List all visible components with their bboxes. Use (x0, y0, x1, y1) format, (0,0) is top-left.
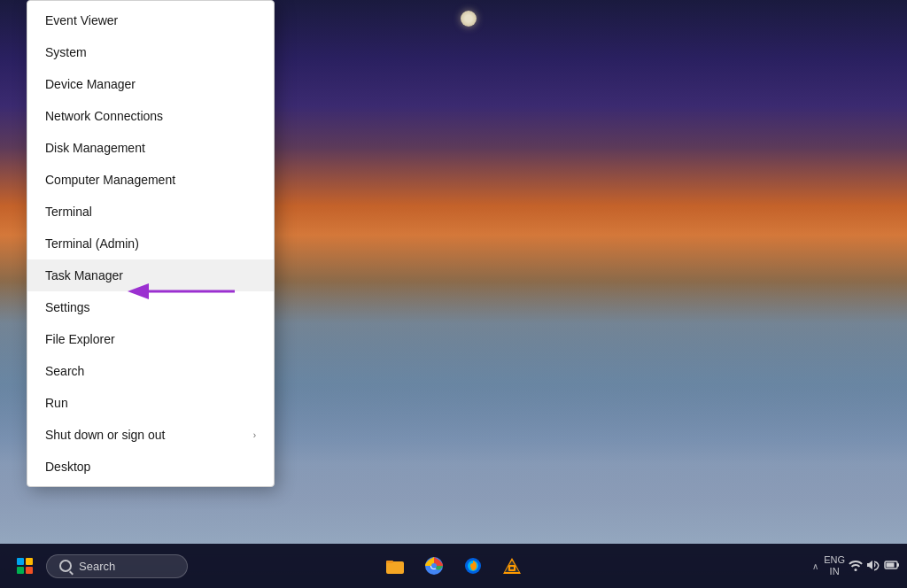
moon-decoration (461, 11, 477, 27)
taskbar-center-icons (377, 548, 530, 584)
file-explorer-taskbar-icon[interactable] (377, 548, 413, 584)
search-icon (59, 560, 72, 572)
vlc-taskbar-icon[interactable] (494, 548, 530, 584)
menu-item-terminal-admin[interactable]: Terminal (Admin) (27, 228, 274, 259)
menu-item-label-computer-management: Computer Management (45, 173, 175, 187)
menu-item-desktop[interactable]: Desktop (27, 451, 274, 483)
taskbar-search-label: Search (79, 560, 115, 573)
locale-indicator[interactable]: ENG IN (824, 554, 845, 577)
chrome-taskbar-icon[interactable] (416, 548, 452, 584)
menu-item-label-desktop: Desktop (45, 460, 90, 474)
firefox-icon (463, 556, 483, 576)
menu-item-file-explorer[interactable]: File Explorer (27, 323, 274, 355)
volume-icon[interactable] (866, 558, 880, 575)
menu-item-label-file-explorer: File Explorer (45, 332, 115, 346)
menu-item-label-network-connections: Network Connections (45, 109, 163, 123)
menu-item-system[interactable]: System (27, 36, 274, 68)
menu-item-label-shut-down: Shut down or sign out (45, 428, 165, 442)
menu-item-search[interactable]: Search (27, 355, 274, 387)
svg-rect-2 (386, 561, 393, 563)
menu-item-label-device-manager: Device Manager (45, 77, 136, 91)
battery-icon[interactable] (884, 558, 900, 575)
menu-item-disk-management[interactable]: Disk Management (27, 132, 274, 164)
menu-item-settings[interactable]: Settings (27, 291, 274, 323)
svg-rect-14 (887, 562, 895, 567)
menu-item-run[interactable]: Run (27, 387, 274, 419)
menu-item-label-disk-management: Disk Management (45, 141, 145, 155)
menu-item-label-task-manager: Task Manager (45, 268, 123, 282)
menu-item-label-terminal-admin: Terminal (Admin) (45, 236, 139, 251)
svg-point-5 (431, 563, 437, 569)
system-tray: ∧ ENG IN (812, 554, 900, 577)
menu-item-label-event-viewer: Event Viewer (45, 13, 118, 27)
wifi-icon[interactable] (849, 558, 863, 575)
tray-icons-group: ENG IN (824, 554, 900, 577)
windows-logo-icon (17, 558, 33, 574)
firefox-taskbar-icon[interactable] (455, 548, 491, 584)
context-menu: Event ViewerSystemDevice ManagerNetwork … (27, 0, 275, 487)
taskbar-search-bar[interactable]: Search (46, 554, 188, 578)
vlc-icon (502, 556, 522, 576)
menu-item-chevron-shut-down: › (253, 430, 256, 440)
svg-rect-15 (897, 563, 899, 567)
tray-chevron-icon[interactable]: ∧ (812, 561, 818, 571)
menu-item-terminal[interactable]: Terminal (27, 196, 274, 228)
start-button[interactable] (7, 548, 43, 584)
menu-item-shut-down[interactable]: Shut down or sign out› (27, 419, 274, 451)
menu-item-computer-management[interactable]: Computer Management (27, 164, 274, 196)
chrome-icon (424, 556, 444, 576)
locale-region: IN (830, 566, 840, 577)
menu-item-task-manager[interactable]: Task Manager (27, 259, 274, 291)
folder-icon (385, 556, 405, 576)
menu-item-label-settings: Settings (45, 300, 90, 314)
menu-item-device-manager[interactable]: Device Manager (27, 68, 274, 100)
taskbar: Search (0, 544, 907, 588)
menu-item-network-connections[interactable]: Network Connections (27, 100, 274, 132)
menu-item-event-viewer[interactable]: Event Viewer (27, 4, 274, 36)
svg-rect-12 (510, 567, 514, 569)
menu-item-label-run: Run (45, 396, 68, 410)
svg-point-8 (470, 563, 476, 569)
menu-item-label-system: System (45, 45, 87, 59)
menu-item-label-search: Search (45, 364, 84, 378)
taskbar-left: Search (7, 548, 188, 584)
menu-item-label-terminal: Terminal (45, 205, 92, 219)
locale-lang: ENG (824, 554, 845, 566)
svg-rect-1 (386, 561, 404, 574)
